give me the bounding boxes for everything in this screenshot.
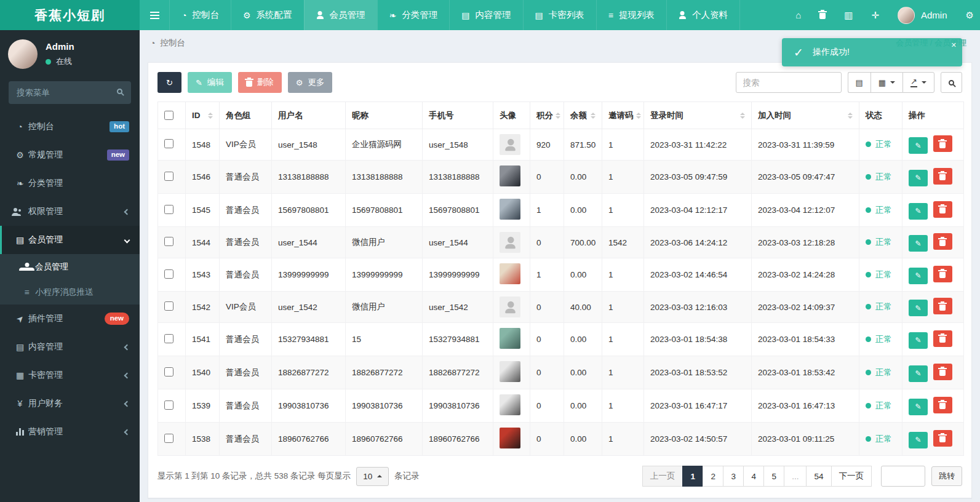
row-checkbox[interactable] (164, 301, 173, 311)
topnav-item[interactable]: 个人资料 (666, 0, 740, 30)
sidebar-menu-item[interactable]: 营销管理 (0, 418, 140, 446)
row-edit-button[interactable]: ✎ (909, 170, 928, 186)
sidebar-menu-item[interactable]: ❧ 分类管理 (0, 169, 140, 197)
topnav-item[interactable]: ◔ 控制台 (169, 0, 231, 30)
page-button[interactable]: 3 (723, 466, 744, 487)
trash-icon[interactable] (819, 13, 826, 19)
row-edit-button[interactable]: ✎ (909, 235, 928, 252)
page-button[interactable]: 下一页 (831, 466, 872, 487)
sidebar-menu-item[interactable]: 权限管理 (0, 197, 140, 226)
close-icon[interactable]: ✕ (951, 41, 957, 49)
user-menu[interactable]: Admin (898, 7, 947, 24)
topnav-item[interactable]: ≡ 提现列表 (596, 0, 666, 30)
row-edit-button[interactable]: ✎ (909, 137, 928, 154)
row-edit-button[interactable]: ✎ (909, 300, 928, 316)
sidebar-menu-item[interactable]: ▤ 内容管理 (0, 333, 140, 361)
expand-icon[interactable]: ✛ (871, 10, 879, 20)
row-checkbox[interactable] (164, 269, 173, 279)
row-checkbox[interactable] (164, 172, 173, 181)
column-header[interactable]: ID (186, 102, 220, 129)
row-checkbox[interactable] (164, 237, 173, 246)
column-header[interactable]: 用户名 (272, 102, 346, 129)
building-icon[interactable]: ▥ (844, 10, 853, 20)
column-header[interactable]: 手机号 (423, 102, 493, 129)
row-edit-button[interactable]: ✎ (909, 268, 928, 284)
sort-icon[interactable] (591, 110, 596, 121)
refresh-button[interactable]: ↻ (157, 72, 181, 93)
topnav-item[interactable]: 会员管理 (304, 0, 377, 30)
row-delete-button[interactable] (933, 364, 952, 380)
select-all-checkbox[interactable] (164, 111, 173, 120)
page-button[interactable]: 1 (682, 466, 703, 487)
row-edit-button[interactable]: ✎ (909, 365, 928, 382)
column-header[interactable]: 余额 (564, 102, 602, 129)
sidebar-menu-item[interactable]: ⚙ 常规管理 new (0, 141, 140, 169)
sidebar-submenu-item[interactable]: ≡ 小程序消息推送 (0, 279, 140, 305)
row-edit-button[interactable]: ✎ (909, 399, 928, 415)
row-delete-button[interactable] (933, 330, 952, 347)
column-header[interactable]: 邀请码 (602, 102, 644, 129)
row-checkbox[interactable] (164, 334, 173, 343)
row-edit-button[interactable]: ✎ (909, 203, 928, 220)
sidebar-menu-item[interactable]: ▦ 卡密管理 (0, 361, 140, 389)
column-header[interactable]: 操作 (902, 102, 964, 129)
export-button[interactable]: ↗ (902, 72, 934, 93)
column-header[interactable]: 头像 (493, 102, 530, 129)
column-header[interactable] (158, 102, 186, 129)
page-jump-input[interactable] (881, 466, 925, 487)
page-button[interactable]: 5 (763, 466, 784, 487)
column-header[interactable]: 状态 (859, 102, 902, 129)
row-edit-button[interactable]: ✎ (909, 432, 928, 448)
row-checkbox[interactable] (164, 367, 173, 376)
column-header[interactable]: 登录时间 (644, 102, 752, 129)
page-button[interactable]: 54 (806, 466, 831, 487)
page-button[interactable]: 2 (703, 466, 723, 487)
row-checkbox[interactable] (164, 205, 173, 214)
topnav-item[interactable]: ⚙ 系统配置 (231, 0, 304, 30)
row-delete-button[interactable] (933, 233, 952, 250)
sort-icon[interactable] (636, 110, 641, 121)
row-delete-button[interactable] (933, 298, 952, 314)
topnav-item[interactable]: ▤ 卡密列表 (523, 0, 596, 30)
sidebar-menu-item[interactable]: ➤ 插件管理 new (0, 305, 140, 333)
sidebar-submenu-item[interactable]: 会员管理 (0, 254, 140, 279)
page-jump-button[interactable]: 跳转 (931, 466, 962, 486)
page-button[interactable]: ... (784, 466, 807, 487)
row-delete-button[interactable] (933, 168, 952, 185)
column-header[interactable]: 积分 (530, 102, 564, 129)
column-header[interactable]: 角色组 (220, 102, 272, 129)
search-button[interactable] (941, 72, 962, 93)
row-delete-button[interactable] (933, 430, 952, 447)
row-checkbox[interactable] (164, 400, 173, 410)
row-checkbox[interactable] (164, 139, 173, 148)
row-delete-button[interactable] (933, 135, 952, 152)
sidebar-menu-item[interactable]: ¥ 用户财务 (0, 389, 140, 418)
table-search-input[interactable] (736, 72, 842, 93)
sidebar-toggle-button[interactable] (140, 0, 169, 30)
row-delete-button[interactable] (933, 266, 952, 282)
row-delete-button[interactable] (933, 397, 952, 413)
home-icon[interactable]: ⌂ (795, 10, 801, 20)
edit-button[interactable]: ✎编辑 (188, 72, 232, 93)
sort-icon[interactable] (556, 110, 560, 121)
columns-button[interactable]: ▦ (870, 72, 902, 93)
sidebar-search-input[interactable] (9, 81, 131, 104)
topnav-item[interactable]: ❧ 分类管理 (377, 0, 450, 30)
row-checkbox[interactable] (164, 434, 173, 443)
gear-icon[interactable]: ⚙ (966, 10, 974, 20)
sort-icon[interactable] (848, 110, 853, 121)
column-header[interactable]: 昵称 (346, 102, 423, 129)
topnav-item[interactable]: ▤ 内容管理 (449, 0, 522, 30)
sidebar-menu-item[interactable]: ▤ 会员管理 (0, 226, 140, 254)
page-button[interactable]: 4 (743, 466, 764, 487)
page-button[interactable]: 上一页 (642, 466, 683, 487)
row-delete-button[interactable] (933, 201, 952, 218)
column-header[interactable]: 加入时间 (752, 102, 859, 129)
page-size-select[interactable]: 10 (356, 467, 389, 486)
sidebar-menu-item[interactable]: ◔ 控制台 hot (0, 113, 140, 141)
sort-icon[interactable] (740, 110, 745, 121)
more-button[interactable]: ⚙更多 (288, 72, 333, 93)
sort-icon[interactable] (208, 110, 213, 121)
delete-button[interactable]: 删除 (238, 72, 282, 93)
row-edit-button[interactable]: ✎ (909, 332, 928, 349)
